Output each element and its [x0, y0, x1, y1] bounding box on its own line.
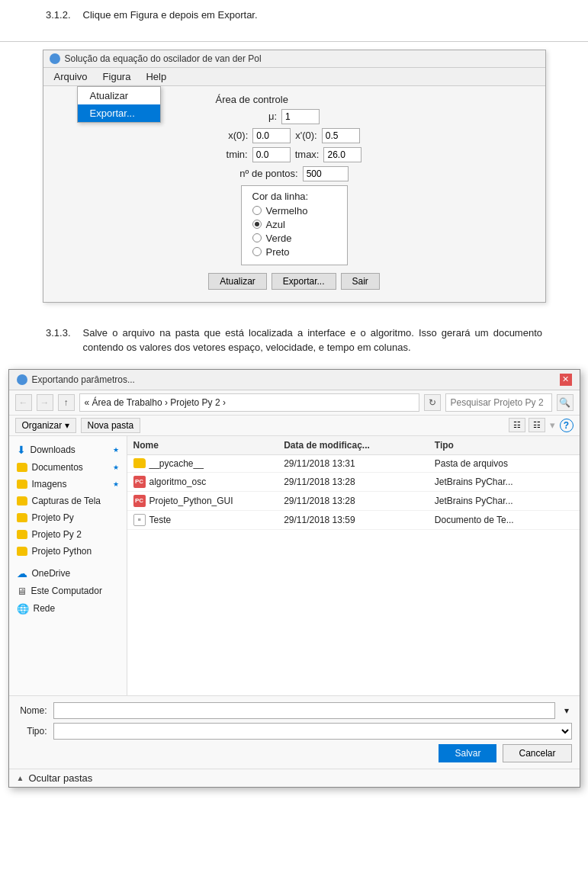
mu-input[interactable]	[281, 109, 320, 124]
view-details-button[interactable]: ☷	[509, 418, 525, 432]
file-date-projeto-gui: 29/11/2018 13:28	[278, 496, 429, 506]
dialog-body: ⬇ Downloads ★ Documentos ★ Imagens ★ Cap…	[9, 436, 580, 695]
help-button[interactable]: ?	[560, 419, 574, 432]
nome-label: Nome:	[17, 705, 47, 716]
sidebar-onedrive-label: OneDrive	[32, 568, 119, 579]
sidebar-item-rede[interactable]: 🌐 Rede	[9, 600, 127, 618]
nova-pasta-button[interactable]: Nova pasta	[81, 418, 141, 433]
dialog-icon	[17, 374, 27, 385]
menu-help[interactable]: Help	[138, 69, 174, 84]
breadcrumb[interactable]: « Área de Trabalho › Projeto Py 2 ›	[79, 393, 419, 412]
sidebar-item-onedrive[interactable]: ☁ OneDrive	[9, 564, 127, 583]
dialog-close-button[interactable]: ✕	[560, 374, 572, 386]
tipo-select[interactable]	[53, 723, 572, 740]
sidebar-item-capturas[interactable]: Capturas de Tela	[9, 493, 127, 509]
pycache-name: __pycache__	[149, 458, 204, 469]
teste-doc-icon: ≡	[133, 514, 146, 526]
verde-label: Verde	[266, 233, 292, 244]
sidebar-item-downloads[interactable]: ⬇ Downloads ★	[9, 441, 127, 459]
sidebar-projeto-py-label: Projeto Py	[32, 512, 119, 523]
sidebar-projeto-python-label: Projeto Python	[32, 546, 119, 557]
menubar: Arquivo Figura Help Atualizar Exportar..…	[43, 68, 545, 86]
back-button[interactable]: ←	[15, 394, 32, 411]
xp0-input[interactable]	[322, 128, 360, 143]
file-type-projeto-gui: JetBrains PyChar...	[429, 496, 580, 506]
hide-folders-bar[interactable]: ▲ Ocultar pastas	[9, 769, 580, 787]
sidebar-item-imagens[interactable]: Imagens ★	[9, 476, 127, 493]
x0-input[interactable]	[252, 128, 291, 143]
sidebar-imagens-label: Imagens	[32, 479, 108, 489]
forward-button[interactable]: →	[37, 394, 53, 411]
menu-exportar[interactable]: Exportar...	[78, 104, 160, 122]
sidebar-item-projeto-py[interactable]: Projeto Py	[9, 509, 127, 526]
dialog-actions-bar: Organizar ▾ Nova pasta ☷ ☷ ▾ ?	[9, 416, 580, 436]
file-row-teste[interactable]: ≡ Teste 29/11/2018 13:59 Documento de Te…	[127, 511, 580, 530]
tmin-input[interactable]	[252, 147, 291, 162]
view-icons-button[interactable]: ☷	[529, 418, 545, 432]
algoritmo-py-icon: PC	[133, 476, 146, 488]
radio-vermelho[interactable]	[252, 206, 262, 215]
menu-atualizar[interactable]: Atualizar	[78, 87, 160, 104]
radio-azul[interactable]	[252, 220, 262, 229]
sair-button[interactable]: Sair	[341, 273, 380, 290]
sidebar-computador-label: Este Computador	[31, 586, 119, 596]
file-type-teste: Documento de Te...	[429, 515, 580, 525]
downloads-pin: ★	[113, 446, 119, 454]
documentos-pin: ★	[113, 464, 119, 471]
search-button[interactable]: 🔍	[557, 394, 574, 411]
col-data[interactable]: Data de modificaç...	[278, 438, 429, 452]
sidebar-item-este-computador[interactable]: 🖥 Este Computador	[9, 583, 127, 600]
step-3-1-2-text: Clique em Figura e depois em Exportar.	[83, 8, 258, 23]
projeto-py-folder-icon	[17, 513, 27, 522]
salvar-button[interactable]: Salvar	[439, 744, 496, 762]
file-row-pycache[interactable]: __pycache__ 29/11/2018 13:31 Pasta de ar…	[127, 455, 580, 473]
dialog-titlebar: Exportando parâmetros... ✕	[9, 370, 580, 390]
col-tipo[interactable]: Tipo	[429, 438, 580, 452]
nome-input[interactable]	[53, 702, 555, 719]
step-3-1-2-num: 3.1.2.	[46, 8, 71, 23]
projeto-python-folder-icon	[17, 547, 27, 556]
file-row-projeto-gui[interactable]: PC Projeto_Python_GUI 29/11/2018 13:28 J…	[127, 492, 580, 511]
capturas-folder-icon	[17, 496, 27, 506]
sidebar-nav: ⬇ Downloads ★ Documentos ★ Imagens ★ Cap…	[9, 436, 127, 695]
up-button[interactable]: ↑	[58, 394, 75, 411]
area-controle-label: Área de controle	[216, 94, 288, 105]
cancelar-button[interactable]: Cancelar	[503, 744, 571, 762]
atualizar-button[interactable]: Atualizar	[208, 273, 267, 290]
file-list-header: Nome Data de modificaç... Tipo	[127, 436, 580, 455]
app-window: Solução da equação do oscilador de van d…	[43, 50, 546, 303]
tmax-label: tmax:	[295, 149, 320, 160]
file-row-algoritmo[interactable]: PC algoritmo_osc 29/11/2018 13:28 JetBra…	[127, 473, 580, 492]
azul-label: Azul	[266, 219, 285, 230]
file-date-algoritmo: 29/11/2018 13:28	[278, 477, 429, 487]
sidebar-item-projeto-python[interactable]: Projeto Python	[9, 543, 127, 560]
pycache-folder-icon	[133, 458, 146, 468]
color-radio-group: Cor da linha: Vermelho Azul Verde Preto	[241, 185, 348, 265]
cor-linha-label: Cor da linha:	[252, 191, 336, 202]
radio-preto[interactable]	[252, 247, 262, 256]
search-input[interactable]	[445, 393, 552, 412]
menu-figura[interactable]: Figura	[95, 69, 139, 84]
exportar-button[interactable]: Exportar...	[272, 273, 336, 290]
file-type-pycache: Pasta de arquivos	[429, 458, 580, 469]
chevron-up-icon: ▲	[17, 774, 24, 782]
mu-label: μ:	[268, 111, 277, 122]
dialog-footer: Nome: ▾ Tipo: Salvar Cancelar	[9, 695, 580, 769]
refresh-button[interactable]: ↻	[424, 394, 441, 411]
file-type-algoritmo: JetBrains PyChar...	[429, 477, 580, 487]
radio-verde[interactable]	[252, 233, 262, 242]
npoints-input[interactable]	[303, 166, 349, 181]
organize-button[interactable]: Organizar ▾	[15, 418, 76, 433]
file-date-pycache: 29/11/2018 13:31	[278, 458, 429, 469]
sidebar-projeto-py2-label: Projeto Py 2	[32, 529, 119, 540]
file-name-pycache: __pycache__	[127, 458, 278, 469]
sidebar-item-documentos[interactable]: Documentos ★	[9, 459, 127, 476]
step-3-1-3-num: 3.1.3.	[46, 326, 71, 355]
vermelho-label: Vermelho	[266, 205, 308, 217]
step-3-1-3-text: Salve o arquivo na pasta que está locali…	[83, 326, 542, 355]
col-nome[interactable]: Nome	[127, 438, 278, 452]
sidebar-item-projeto-py2[interactable]: Projeto Py 2	[9, 526, 127, 543]
menu-arquivo[interactable]: Arquivo	[47, 69, 95, 84]
tmax-input[interactable]	[323, 147, 361, 162]
dialog-footer-buttons: Salvar Cancelar	[17, 744, 572, 762]
